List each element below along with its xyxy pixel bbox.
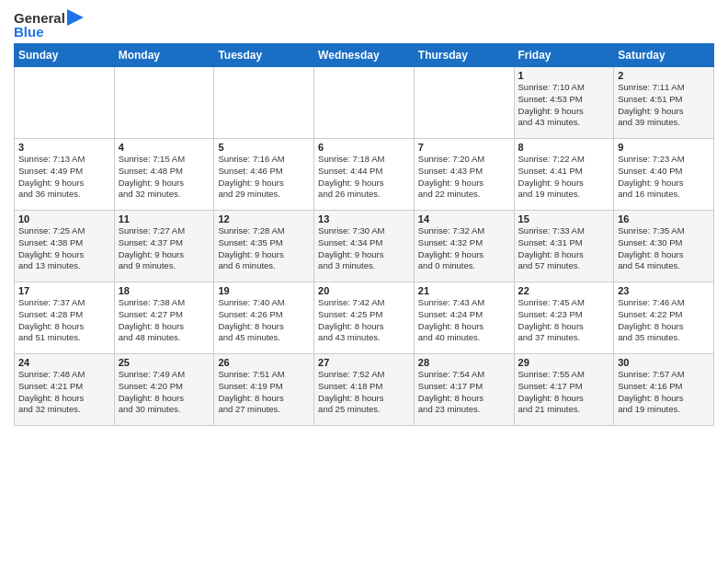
day-number: 22 xyxy=(518,285,610,296)
day-cell xyxy=(214,67,314,139)
day-cell: 5Sunrise: 7:16 AM Sunset: 4:46 PM Daylig… xyxy=(214,139,314,211)
day-info: Sunrise: 7:46 AM Sunset: 4:22 PM Dayligh… xyxy=(618,297,710,344)
day-cell: 19Sunrise: 7:40 AM Sunset: 4:26 PM Dayli… xyxy=(214,282,314,354)
day-cell: 8Sunrise: 7:22 AM Sunset: 4:41 PM Daylig… xyxy=(514,139,614,211)
day-number: 5 xyxy=(218,142,310,153)
day-cell: 15Sunrise: 7:33 AM Sunset: 4:31 PM Dayli… xyxy=(514,211,614,282)
day-number: 6 xyxy=(318,142,410,153)
day-info: Sunrise: 7:13 AM Sunset: 4:49 PM Dayligh… xyxy=(18,154,110,201)
day-info: Sunrise: 7:32 AM Sunset: 4:32 PM Dayligh… xyxy=(418,225,510,272)
calendar-table: SundayMondayTuesdayWednesdayThursdayFrid… xyxy=(14,43,714,426)
header-cell-sunday: Sunday xyxy=(15,44,115,67)
day-cell: 23Sunrise: 7:46 AM Sunset: 4:22 PM Dayli… xyxy=(614,282,714,354)
day-info: Sunrise: 7:45 AM Sunset: 4:23 PM Dayligh… xyxy=(518,297,610,344)
day-cell: 11Sunrise: 7:27 AM Sunset: 4:37 PM Dayli… xyxy=(114,211,214,282)
day-number: 25 xyxy=(119,357,210,368)
day-info: Sunrise: 7:22 AM Sunset: 4:41 PM Dayligh… xyxy=(518,154,610,201)
day-cell: 12Sunrise: 7:28 AM Sunset: 4:35 PM Dayli… xyxy=(214,211,314,282)
day-cell: 29Sunrise: 7:55 AM Sunset: 4:17 PM Dayli… xyxy=(514,354,614,426)
day-info: Sunrise: 7:48 AM Sunset: 4:21 PM Dayligh… xyxy=(18,369,110,416)
day-number: 11 xyxy=(119,213,210,224)
day-number: 23 xyxy=(618,285,710,296)
day-number: 19 xyxy=(218,285,310,296)
week-row-4: 17Sunrise: 7:37 AM Sunset: 4:28 PM Dayli… xyxy=(15,282,714,354)
day-info: Sunrise: 7:15 AM Sunset: 4:48 PM Dayligh… xyxy=(119,154,210,201)
day-cell: 16Sunrise: 7:35 AM Sunset: 4:30 PM Dayli… xyxy=(614,211,714,282)
day-cell: 9Sunrise: 7:23 AM Sunset: 4:40 PM Daylig… xyxy=(614,139,714,211)
day-info: Sunrise: 7:25 AM Sunset: 4:38 PM Dayligh… xyxy=(18,225,110,272)
day-cell: 3Sunrise: 7:13 AM Sunset: 4:49 PM Daylig… xyxy=(15,139,115,211)
day-cell: 22Sunrise: 7:45 AM Sunset: 4:23 PM Dayli… xyxy=(514,282,614,354)
day-info: Sunrise: 7:51 AM Sunset: 4:19 PM Dayligh… xyxy=(218,369,310,416)
week-row-5: 24Sunrise: 7:48 AM Sunset: 4:21 PM Dayli… xyxy=(15,354,714,426)
header-cell-saturday: Saturday xyxy=(614,44,714,67)
day-number: 24 xyxy=(18,357,110,368)
day-info: Sunrise: 7:42 AM Sunset: 4:25 PM Dayligh… xyxy=(318,297,410,344)
day-info: Sunrise: 7:16 AM Sunset: 4:46 PM Dayligh… xyxy=(218,154,310,201)
day-number: 3 xyxy=(18,142,110,153)
day-info: Sunrise: 7:20 AM Sunset: 4:43 PM Dayligh… xyxy=(418,154,510,201)
day-number: 15 xyxy=(518,213,610,224)
day-cell: 6Sunrise: 7:18 AM Sunset: 4:44 PM Daylig… xyxy=(314,139,415,211)
day-cell: 14Sunrise: 7:32 AM Sunset: 4:32 PM Dayli… xyxy=(414,211,514,282)
day-info: Sunrise: 7:35 AM Sunset: 4:30 PM Dayligh… xyxy=(618,225,710,272)
header-cell-friday: Friday xyxy=(514,44,614,67)
day-info: Sunrise: 7:38 AM Sunset: 4:27 PM Dayligh… xyxy=(119,297,210,344)
day-cell xyxy=(414,67,514,139)
day-cell: 26Sunrise: 7:51 AM Sunset: 4:19 PM Dayli… xyxy=(214,354,314,426)
day-info: Sunrise: 7:28 AM Sunset: 4:35 PM Dayligh… xyxy=(218,225,310,272)
day-number: 14 xyxy=(418,213,510,224)
day-number: 30 xyxy=(618,357,710,368)
day-cell: 2Sunrise: 7:11 AM Sunset: 4:51 PM Daylig… xyxy=(614,67,714,139)
day-cell: 30Sunrise: 7:57 AM Sunset: 4:16 PM Dayli… xyxy=(614,354,714,426)
day-info: Sunrise: 7:18 AM Sunset: 4:44 PM Dayligh… xyxy=(318,154,410,201)
day-cell: 20Sunrise: 7:42 AM Sunset: 4:25 PM Dayli… xyxy=(314,282,415,354)
day-number: 20 xyxy=(318,285,410,296)
day-number: 2 xyxy=(618,70,710,81)
page-container: General Blue SundayMondayTuesdayWednesda… xyxy=(0,0,728,431)
header: General Blue xyxy=(14,9,714,40)
day-number: 4 xyxy=(119,142,210,153)
day-cell: 21Sunrise: 7:43 AM Sunset: 4:24 PM Dayli… xyxy=(414,282,514,354)
day-number: 10 xyxy=(18,213,110,224)
day-cell: 28Sunrise: 7:54 AM Sunset: 4:17 PM Dayli… xyxy=(414,354,514,426)
day-number: 1 xyxy=(518,70,610,81)
day-cell xyxy=(114,67,214,139)
day-cell: 13Sunrise: 7:30 AM Sunset: 4:34 PM Dayli… xyxy=(314,211,415,282)
day-info: Sunrise: 7:40 AM Sunset: 4:26 PM Dayligh… xyxy=(218,297,310,344)
day-cell: 24Sunrise: 7:48 AM Sunset: 4:21 PM Dayli… xyxy=(15,354,115,426)
day-number: 28 xyxy=(418,357,510,368)
header-row: SundayMondayTuesdayWednesdayThursdayFrid… xyxy=(15,44,714,67)
week-row-1: 1Sunrise: 7:10 AM Sunset: 4:53 PM Daylig… xyxy=(15,67,714,139)
day-info: Sunrise: 7:30 AM Sunset: 4:34 PM Dayligh… xyxy=(318,225,410,272)
day-cell xyxy=(15,67,115,139)
logo-arrow-icon xyxy=(67,9,84,26)
day-cell: 17Sunrise: 7:37 AM Sunset: 4:28 PM Dayli… xyxy=(15,282,115,354)
logo-general: General xyxy=(14,10,65,26)
logo: General Blue xyxy=(14,9,84,40)
day-number: 9 xyxy=(618,142,710,153)
day-number: 7 xyxy=(418,142,510,153)
day-info: Sunrise: 7:23 AM Sunset: 4:40 PM Dayligh… xyxy=(618,154,710,201)
day-info: Sunrise: 7:43 AM Sunset: 4:24 PM Dayligh… xyxy=(418,297,510,344)
day-number: 29 xyxy=(518,357,610,368)
week-row-3: 10Sunrise: 7:25 AM Sunset: 4:38 PM Dayli… xyxy=(15,211,714,282)
day-number: 27 xyxy=(318,357,410,368)
day-number: 17 xyxy=(18,285,110,296)
day-cell: 10Sunrise: 7:25 AM Sunset: 4:38 PM Dayli… xyxy=(15,211,115,282)
day-cell xyxy=(314,67,415,139)
day-info: Sunrise: 7:52 AM Sunset: 4:18 PM Dayligh… xyxy=(318,369,410,416)
day-number: 21 xyxy=(418,285,510,296)
day-cell: 1Sunrise: 7:10 AM Sunset: 4:53 PM Daylig… xyxy=(514,67,614,139)
day-info: Sunrise: 7:57 AM Sunset: 4:16 PM Dayligh… xyxy=(618,369,710,416)
header-cell-monday: Monday xyxy=(114,44,214,67)
logo-text-block: General Blue xyxy=(14,9,84,40)
day-info: Sunrise: 7:27 AM Sunset: 4:37 PM Dayligh… xyxy=(119,225,210,272)
day-cell: 18Sunrise: 7:38 AM Sunset: 4:27 PM Dayli… xyxy=(114,282,214,354)
day-cell: 27Sunrise: 7:52 AM Sunset: 4:18 PM Dayli… xyxy=(314,354,415,426)
day-cell: 25Sunrise: 7:49 AM Sunset: 4:20 PM Dayli… xyxy=(114,354,214,426)
day-info: Sunrise: 7:37 AM Sunset: 4:28 PM Dayligh… xyxy=(18,297,110,344)
day-cell: 4Sunrise: 7:15 AM Sunset: 4:48 PM Daylig… xyxy=(114,139,214,211)
day-info: Sunrise: 7:49 AM Sunset: 4:20 PM Dayligh… xyxy=(119,369,210,416)
day-info: Sunrise: 7:55 AM Sunset: 4:17 PM Dayligh… xyxy=(518,369,610,416)
